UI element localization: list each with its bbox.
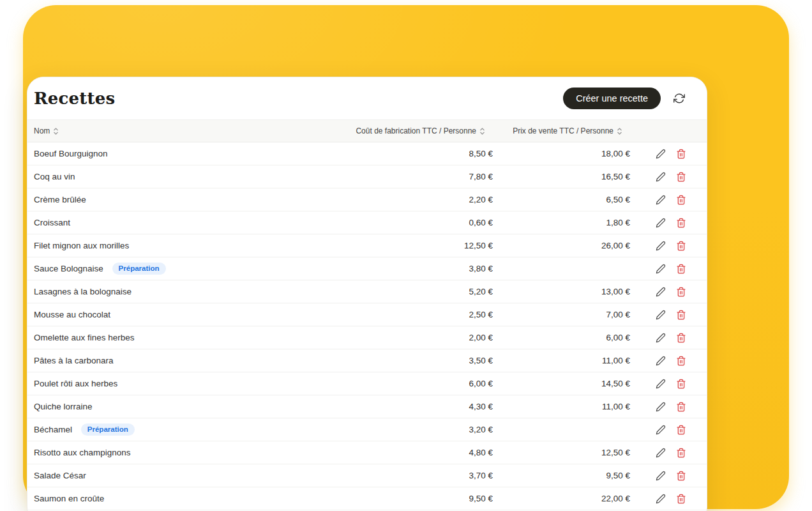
price-value (494, 257, 631, 280)
edit-recipe-button[interactable] (656, 356, 666, 366)
column-header-prix[interactable]: Prix de vente TTC / Personne (494, 120, 631, 142)
price-value: 9,50 € (494, 464, 631, 487)
column-label: Prix de vente TTC / Personne (513, 126, 613, 135)
delete-recipe-button[interactable] (676, 448, 686, 458)
edit-recipe-button[interactable] (656, 218, 666, 228)
recipe-name: Omelette aux fines herbes (34, 333, 135, 342)
edit-recipe-button[interactable] (656, 448, 666, 458)
cost-value: 3,80 € (309, 257, 494, 280)
recipe-name: Sauce Bolognaise (34, 264, 103, 273)
table-row: Risotto aux champignons 4,80 € 12,50 € (27, 441, 707, 464)
recipe-name: Lasagnes à la bolognaise (34, 287, 132, 296)
delete-recipe-button[interactable] (676, 241, 686, 251)
table-row: Filet mignon aux morilles 12,50 € 26,00 … (27, 234, 707, 257)
sort-icon[interactable] (53, 127, 59, 135)
price-value: 6,50 € (494, 188, 631, 211)
edit-recipe-button[interactable] (656, 172, 666, 182)
edit-recipe-button[interactable] (656, 471, 666, 481)
delete-recipe-button[interactable] (676, 402, 686, 412)
table-row: Lasagnes à la bolognaise 5,20 € 13,00 € (27, 280, 707, 303)
edit-recipe-button[interactable] (656, 149, 666, 159)
delete-recipe-button[interactable] (676, 310, 686, 320)
cost-value: 5,20 € (309, 280, 494, 303)
delete-recipe-button[interactable] (676, 218, 686, 228)
table-row: Béchamel Préparation 3,20 € (27, 418, 707, 441)
cost-value: 3,20 € (309, 418, 494, 441)
delete-recipe-button[interactable] (676, 425, 686, 435)
delete-recipe-button[interactable] (676, 356, 686, 366)
delete-recipe-button[interactable] (676, 172, 686, 182)
price-value: 11,00 € (494, 349, 631, 372)
delete-recipe-button[interactable] (676, 195, 686, 205)
create-recipe-button[interactable]: Créer une recette (563, 88, 661, 109)
table-row: Sauce Bolognaise Préparation 3,80 € (27, 257, 707, 280)
recipes-table: Nom Coût de fabrication TTC / Personne (27, 119, 707, 510)
cost-value: 8,50 € (309, 142, 494, 165)
delete-recipe-button[interactable] (676, 494, 686, 504)
edit-recipe-button[interactable] (656, 264, 666, 274)
recipe-name: Poulet rôti aux herbes (34, 379, 117, 388)
recipe-name: Quiche lorraine (34, 402, 93, 411)
delete-recipe-button[interactable] (676, 287, 686, 297)
cost-value: 2,50 € (309, 303, 494, 326)
cost-value: 0,60 € (309, 211, 494, 234)
price-value: 18,00 € (494, 142, 631, 165)
recipe-name: Crème brûlée (34, 195, 86, 204)
price-value: 12,50 € (494, 441, 631, 464)
preparation-badge: Préparation (81, 423, 135, 436)
cost-value: 3,50 € (309, 349, 494, 372)
cost-value: 4,80 € (309, 441, 494, 464)
edit-recipe-button[interactable] (656, 195, 666, 205)
table-row: Omelette aux fines herbes 2,00 € 6,00 € (27, 326, 707, 349)
table-row: Croissant 0,60 € 1,80 € (27, 211, 707, 234)
recipes-table-body: Boeuf Bourguignon 8,50 € 18,00 € (27, 142, 707, 510)
column-header-cout[interactable]: Coût de fabrication TTC / Personne (309, 120, 494, 142)
recipe-name: Béchamel (34, 425, 72, 434)
sort-icon[interactable] (617, 127, 622, 135)
sort-icon[interactable] (479, 127, 485, 135)
table-row: Quiche lorraine 4,30 € 11,00 € (27, 395, 707, 418)
edit-recipe-button[interactable] (656, 494, 666, 504)
header-actions: Créer une recette (563, 88, 686, 109)
edit-recipe-button[interactable] (656, 379, 666, 389)
column-header-nom[interactable]: Nom (27, 120, 309, 142)
edit-recipe-button[interactable] (656, 241, 666, 251)
page-title: Recettes (34, 89, 115, 108)
edit-recipe-button[interactable] (656, 333, 666, 343)
recipe-name: Risotto aux champignons (34, 448, 131, 457)
delete-recipe-button[interactable] (676, 333, 686, 343)
price-value: 11,00 € (494, 395, 631, 418)
preparation-badge: Préparation (112, 263, 166, 275)
table-row: Boeuf Bourguignon 8,50 € 18,00 € (27, 142, 707, 165)
column-label: Coût de fabrication TTC / Personne (356, 126, 476, 135)
recipe-name: Boeuf Bourguignon (34, 149, 108, 158)
card-header: Recettes Créer une recette (27, 77, 707, 119)
cost-value: 12,50 € (309, 234, 494, 257)
price-value: 16,50 € (494, 165, 631, 188)
edit-recipe-button[interactable] (656, 402, 666, 412)
cost-value: 6,00 € (309, 372, 494, 395)
cost-value: 9,50 € (309, 487, 494, 510)
table-row: Poulet rôti aux herbes 6,00 € 14,50 € (27, 372, 707, 395)
refresh-icon[interactable] (672, 91, 686, 105)
table-row: Mousse au chocolat 2,50 € 7,00 € (27, 303, 707, 326)
delete-recipe-button[interactable] (676, 471, 686, 481)
table-row: Coq au vin 7,80 € 16,50 € (27, 165, 707, 188)
edit-recipe-button[interactable] (656, 310, 666, 320)
edit-recipe-button[interactable] (656, 425, 666, 435)
column-label: Nom (34, 126, 50, 135)
cost-value: 7,80 € (309, 165, 494, 188)
price-value: 14,50 € (494, 372, 631, 395)
column-header-actions (631, 120, 707, 142)
price-value: 7,00 € (494, 303, 631, 326)
price-value: 1,80 € (494, 211, 631, 234)
recipe-name: Saumon en croûte (34, 494, 104, 503)
recipe-name: Croissant (34, 218, 70, 227)
cost-value: 2,20 € (309, 188, 494, 211)
delete-recipe-button[interactable] (676, 264, 686, 274)
delete-recipe-button[interactable] (676, 379, 686, 389)
edit-recipe-button[interactable] (656, 287, 666, 297)
delete-recipe-button[interactable] (676, 149, 686, 159)
price-value (494, 418, 631, 441)
table-row: Salade César 3,70 € 9,50 € (27, 464, 707, 487)
